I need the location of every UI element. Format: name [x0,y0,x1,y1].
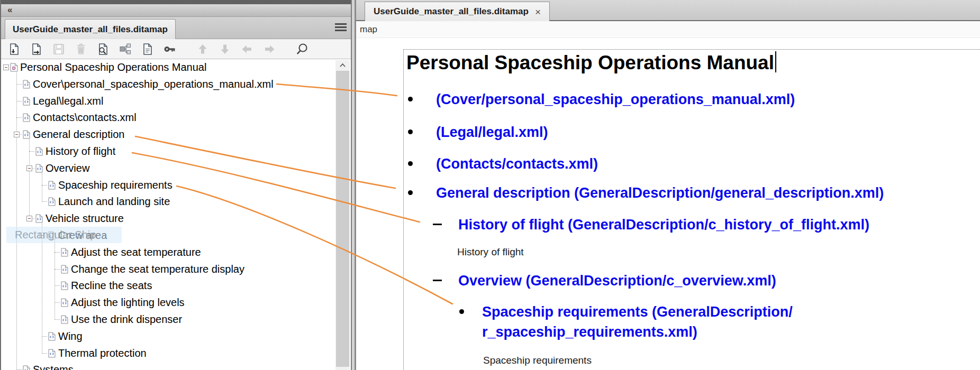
tree-item-label: Vehicle structure [46,212,124,225]
tree-item-label: Cover\personal_spaceship_operations_manu… [33,78,274,90]
insert-after-icon[interactable] [28,41,46,57]
editor-panel: UserGuide_master_all_files.ditamap × map… [356,0,980,370]
breadcrumb-item-map[interactable]: map [360,24,377,35]
topicref-link[interactable]: Spaceship requirements (GeneralDescripti… [404,302,793,342]
keys-icon[interactable] [161,41,179,57]
bullet-icon [408,190,413,195]
collapse-toggle-icon[interactable] [3,64,9,70]
topicref-navtitle-text: History of flight [404,246,524,258]
topicref-link[interactable]: (Contacts/contacts.xml) [404,154,598,174]
editor-tab[interactable]: UserGuide_master_all_files.ditamap × [365,2,550,21]
maps-manager-tabstrip: UserGuide_master_all_files.ditamap [1,17,351,39]
tree-item-label: Adjust the lighting levels [71,297,185,309]
editor-tabstrip: UserGuide_master_all_files.ditamap × [356,0,980,21]
tree-item[interactable]: Adjust the seat temperature [1,244,337,261]
panel-splitter[interactable] [351,0,356,370]
tree-item-label: Wing [58,330,83,343]
dash-bullet-icon [433,280,442,281]
svg-text:D: D [12,66,16,71]
topic-icon [61,298,68,307]
tree-item[interactable]: DPersonal Spaceship Operations Manual [1,59,337,76]
breadcrumb: map [356,21,980,38]
topic-icon [23,365,30,370]
document-title[interactable]: Personal Spaceship Operations Manual [406,51,776,74]
scrollbar-thumb[interactable] [336,71,349,367]
application-window: « UserGuide_master_all_files.ditamap DPe… [0,0,980,370]
panel-menu-icon[interactable] [335,23,347,32]
tree-item[interactable]: General description [1,126,337,143]
search-icon[interactable] [293,41,311,57]
tree-item-label: Recline the seats [71,280,152,292]
collapse-panel-icon[interactable]: « [7,5,12,15]
map-icon: D [10,63,18,72]
tree-item[interactable]: Legal\legal.xml [1,93,337,110]
topic-icon [23,97,30,106]
tree-item[interactable]: Systems [1,362,337,370]
topic-icon [61,281,68,290]
topicref-link[interactable]: (Cover/personal_spaceship_operations_man… [404,89,795,109]
bullet-icon [459,309,464,314]
collapse-toggle-icon[interactable] [26,165,32,171]
collapse-toggle-icon[interactable] [26,216,32,221]
tree-item[interactable]: Recline the seats [1,278,337,294]
tree-item[interactable]: Cover\personal_spaceship_operations_manu… [1,76,337,93]
bullet-icon [408,161,413,166]
topic-icon [35,214,43,223]
panel-top-strip [1,0,351,4]
tree-item[interactable]: Contacts\contacts.xml [1,109,337,126]
close-tab-icon[interactable]: × [535,7,541,17]
bullet-icon [408,130,413,134]
tree-item-label: History of flight [46,145,115,158]
save-icon [50,41,68,57]
topicref-navtitle-text: Spaceship requirements [404,354,592,367]
tree-item-label: Legal\legal.xml [33,95,103,107]
tree-item[interactable]: Overview [1,160,337,177]
tree-item-label: Adjust the seat temperature [71,246,201,258]
demote-icon [260,41,278,57]
collapse-toggle-icon[interactable] [14,132,20,137]
topicref-link[interactable]: History of flight (GeneralDescription/c_… [404,215,869,235]
topic-icon [23,80,30,89]
topic-icon [23,130,30,139]
topic-icon [48,197,56,206]
topic-icon [61,248,68,257]
tree-item[interactable]: Launch and landing site [1,193,337,210]
topic-icon [48,349,56,358]
ditamap-tree: DPersonal Spaceship Operations ManualCov… [1,59,337,370]
tree-item-label: Thermal protection [58,347,147,359]
tree-item[interactable]: History of flight [1,143,337,160]
bullet-icon [408,97,413,101]
scroll-up-icon[interactable] [335,60,350,70]
topic-icon [61,265,68,274]
open-resolved-icon[interactable] [94,41,112,57]
tree-scrollbar[interactable] [335,60,350,370]
editor-tab-label: UserGuide_master_all_files.ditamap [374,6,529,17]
tree-item[interactable]: Use the drink dispenser [1,311,337,328]
tree-item[interactable]: Adjust the lighting levels [1,294,337,311]
topicref-link[interactable]: General description (GeneralDescription/… [404,183,884,203]
tree-item[interactable]: Vehicle structure [1,210,337,227]
tree-item-label: Overview [46,162,89,174]
insert-reference-icon[interactable] [5,41,23,57]
topic-icon [23,113,30,122]
move-up-icon [194,41,212,57]
dash-bullet-icon [433,224,442,225]
maps-manager-toolbar [1,39,351,59]
topicref-link[interactable]: (Legal/legal.xml) [404,122,548,142]
document-icon[interactable] [139,41,157,57]
dita-maps-manager-panel: « UserGuide_master_all_files.ditamap DPe… [0,0,351,370]
relationship-table-icon[interactable] [116,41,134,57]
tree-item[interactable]: Change the seat temperature display [1,261,337,278]
topic-icon [35,164,43,173]
tree-item[interactable]: Spaceship requirements [1,177,337,194]
ditamap-tab[interactable]: UserGuide_master_all_files.ditamap [5,19,176,39]
promote-icon [238,41,256,57]
ditamap-tab-label: UserGuide_master_all_files.ditamap [13,24,168,35]
author-editing-area[interactable]: Personal Spaceship Operations Manual (Co… [356,38,980,370]
topic-icon [48,332,56,341]
drag-ghost-label: Rectangular Ship [6,227,122,243]
tree-item[interactable]: Thermal protection [1,345,337,362]
topicref-link[interactable]: Overview (GeneralDescription/c_overview.… [404,271,776,291]
tree-item-label: Launch and landing site [58,196,170,208]
tree-item[interactable]: Wing [1,328,337,345]
